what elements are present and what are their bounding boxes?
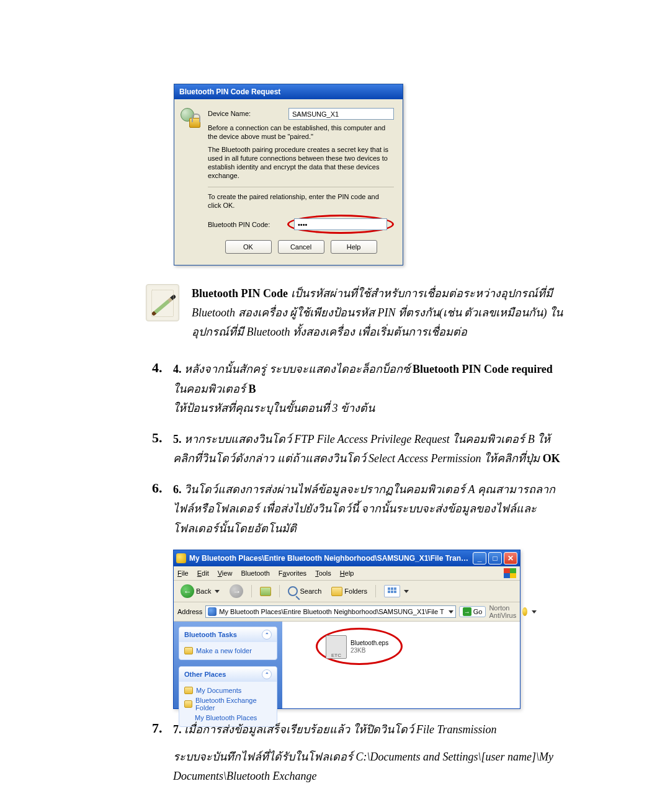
step-4: 4. 4. หลังจากนั้นสักครู่ ระบบจะแสดงไดอะล… — [152, 360, 568, 419]
address-dropdown-icon[interactable] — [449, 610, 453, 613]
file-name: Bluetooth.eps — [351, 640, 388, 647]
menu-favorites[interactable]: Favorites — [279, 569, 306, 577]
bluetooth-tasks-box: Bluetooth Tasks⌃ Make a new folder — [179, 627, 277, 660]
note-icon — [146, 284, 179, 321]
step-6: 6. 6. วินโดว์แสดงการส่งผ่านไฟล์ข้อมูลจะป… — [152, 480, 568, 539]
window-icon — [176, 553, 186, 563]
file-pane[interactable]: ETC Bluetooth.eps 23KB — [282, 622, 520, 708]
step-number: 7. — [152, 720, 173, 787]
dialog-text-2: The Bluetooth pairing procedure creates … — [208, 145, 394, 181]
tasks-panel: Bluetooth Tasks⌃ Make a new folder Other… — [174, 622, 282, 708]
my-documents-link[interactable]: My Documents — [184, 685, 272, 695]
note-block: Bluetooth PIN Code เป็นรหัสผ่านที่ใช้สำห… — [146, 284, 568, 341]
minimize-button[interactable]: _ — [473, 552, 486, 564]
toolbar: ←Back → Search Folders — [174, 581, 520, 602]
maximize-button[interactable]: □ — [488, 552, 502, 564]
bluetooth-pin-dialog: Bluetooth PIN Code Request Device Name: … — [174, 84, 403, 265]
address-input[interactable]: My Bluetooth Places\Entire Bluetooth Nei… — [205, 605, 455, 618]
window-title: My Bluetooth Places\Entire Bluetooth Nei… — [189, 554, 471, 563]
note-text: Bluetooth PIN Code เป็นรหัสผ่านที่ใช้สำห… — [192, 284, 568, 341]
bluetooth-exchange-link[interactable]: Bluetooth Exchange Folder — [184, 695, 272, 713]
dialog-text-3: To create the paired relationship, enter… — [208, 192, 394, 210]
back-button[interactable]: ←Back — [177, 583, 223, 599]
explorer-window: My Bluetooth Places\Entire Bluetooth Nei… — [173, 550, 520, 709]
step-7: 7. 7. เมื่อการส่งข้อมูลเสร็จเรียบร้อยแล้… — [152, 720, 568, 787]
norton-icon — [522, 607, 528, 616]
step-5: 5. 5. หากระบบแสดงวินโดว์ FTP File Access… — [152, 430, 568, 469]
address-bar: Address My Bluetooth Places\Entire Bluet… — [174, 602, 520, 622]
close-button[interactable]: ✕ — [504, 552, 517, 564]
menu-tools[interactable]: Tools — [315, 569, 331, 577]
pin-code-input[interactable] — [294, 218, 387, 230]
views-button[interactable] — [381, 584, 412, 599]
go-button[interactable]: →Go — [459, 606, 486, 617]
file-thumbnail-icon: ETC — [326, 635, 347, 659]
make-new-folder-link[interactable]: Make a new folder — [184, 646, 272, 656]
search-icon — [288, 586, 298, 596]
address-label: Address — [177, 608, 202, 615]
forward-button[interactable]: → — [226, 583, 246, 599]
menu-help[interactable]: Help — [340, 569, 354, 577]
step-number: 5. — [152, 430, 173, 469]
folder-icon — [331, 587, 342, 596]
search-button[interactable]: Search — [285, 585, 324, 597]
help-button[interactable]: Help — [331, 240, 377, 254]
other-places-box: Other Places⌃ My Documents Bluetooth Exc… — [179, 666, 277, 727]
device-name-label: Device Name: — [208, 109, 288, 118]
file-size: 23KB — [351, 647, 388, 654]
up-button[interactable] — [257, 586, 274, 597]
bluetooth-tasks-title: Bluetooth Tasks — [184, 631, 237, 638]
step-number: 6. — [152, 480, 173, 539]
pin-code-label: Bluetooth PIN Code: — [208, 220, 287, 229]
dialog-text-1: Before a connection can be established, … — [208, 123, 394, 141]
device-name-input[interactable] — [288, 108, 394, 120]
pin-highlight-annotation — [287, 215, 394, 234]
menu-view[interactable]: View — [218, 569, 233, 577]
folders-button[interactable]: Folders — [328, 586, 370, 597]
dialog-title: Bluetooth PIN Code Request — [174, 84, 403, 99]
pairing-lock-icon — [181, 108, 202, 129]
menu-file[interactable]: FFileile — [177, 569, 189, 577]
step-body: 6. วินโดว์แสดงการส่งผ่านไฟล์ข้อมูลจะปราก… — [173, 480, 568, 539]
norton-antivirus[interactable]: Norton AntiVirus — [489, 604, 537, 619]
step-number: 4. — [152, 360, 173, 419]
other-places-title: Other Places — [184, 671, 226, 678]
window-titlebar[interactable]: My Bluetooth Places\Entire Bluetooth Nei… — [174, 550, 520, 566]
step-body: 7. เมื่อการส่งข้อมูลเสร็จเรียบร้อยแล้ว ใ… — [173, 720, 568, 787]
menu-bar: FFileile Edit View Bluetooth Favorites T… — [174, 566, 520, 581]
windows-flag-icon — [504, 568, 516, 578]
ok-button[interactable]: OK — [225, 240, 272, 254]
menu-bluetooth[interactable]: Bluetooth — [241, 569, 269, 577]
collapse-icon[interactable]: ⌃ — [262, 669, 272, 679]
bluetooth-icon — [208, 607, 217, 616]
collapse-icon[interactable]: ⌃ — [262, 630, 272, 640]
step-body: 5. หากระบบแสดงวินโดว์ FTP File Access Pr… — [173, 430, 568, 469]
step-body: 4. หลังจากนั้นสักครู่ ระบบจะแสดงไดอะล็อก… — [173, 360, 568, 419]
file-item[interactable]: ETC Bluetooth.eps 23KB — [326, 635, 388, 659]
cancel-button[interactable]: Cancel — [278, 240, 324, 254]
menu-edit[interactable]: Edit — [197, 569, 209, 577]
